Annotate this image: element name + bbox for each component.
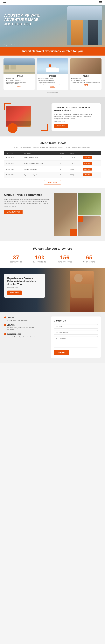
stress-section: Traveling is a good method to release st…: [0, 98, 105, 136]
stats-heading: We can take you anywhere: [4, 247, 101, 250]
hours-text: Mon — Fri: 9 am – 6 pm, Sat – Sun: 9 am …: [4, 336, 48, 338]
adventure-section: Experience a Custom Private Adventure Ma…: [0, 268, 105, 312]
message-field-group: [54, 336, 98, 348]
card-tours-title: TOURS: [70, 75, 101, 77]
card-cruises-more[interactable]: MORE: [37, 86, 68, 88]
stress-left: [4, 103, 48, 131]
adventure-person: [70, 271, 94, 312]
stat-coffee: 156 CUPS OF COFFEE: [58, 254, 72, 263]
contact-section: CALL US +1 (234) 567-8 / +1 (234) 567-54…: [0, 312, 105, 363]
programmes-title: Unique Travel Programmes: [4, 193, 51, 196]
stress-right: Traveling is a good method to release st…: [52, 104, 101, 130]
deals-table: DEPARTURE TRIP NAME DAYS PRICE 15 SEP 20…: [4, 151, 101, 178]
table-row: 15 SEP 2023 London to Venice Ports 15 1 …: [4, 155, 101, 160]
stress-credit: Image from Freepik: [54, 120, 98, 122]
view-trip-btn-3[interactable]: VIEW TRIP: [83, 174, 92, 176]
stress-orange-circle: [8, 123, 18, 133]
prog-img-2: [78, 193, 101, 216]
location-city: 10174 USA: [4, 329, 48, 330]
hero-content: A CUSTOM PRIVATE ADVENTURE MADE JUST FOR…: [4, 13, 46, 26]
adventure-credit: Image from Freepik: [7, 287, 42, 288]
corner-tl: [4, 103, 11, 110]
corner-br: [41, 124, 48, 131]
stat-clients-label: HAPPY CLIENTS: [33, 261, 46, 263]
read-more-link[interactable]: READ MORE: [44, 180, 61, 184]
adventure-book-button[interactable]: BOOK NOW: [7, 290, 22, 295]
deals-section: Latest Travel Deals Lorem ipsum dolor si…: [0, 136, 105, 188]
table-row: 15 SEP 2023 London to Swedish North Coas…: [4, 160, 101, 166]
view-all-tours-button[interactable]: VIEW ALL TOURS: [4, 210, 23, 214]
card-tours-more[interactable]: MORE: [70, 84, 101, 86]
programmes-left: Unique Travel Programmes Sed ut perspici…: [4, 193, 51, 214]
hero-title: A CUSTOM PRIVATE ADVENTURE MADE JUST FOR…: [4, 13, 46, 26]
card-hotels: HOTELS •Breakfast daily •4-pcs. dining a…: [4, 58, 35, 90]
card-hotels-image: [4, 58, 35, 74]
name-input[interactable]: [54, 324, 98, 329]
col-action: [81, 151, 101, 155]
book-now-button[interactable]: BOOK NOW: [54, 124, 68, 128]
email-input[interactable]: [54, 330, 98, 335]
hours-icon: [4, 333, 6, 335]
travel-intro: Incredible travel experiences, curated f…: [0, 47, 105, 56]
card-tours-bullets: •Preferred rates •200+ vetted providers …: [70, 78, 101, 83]
read-more-area: READ MORE: [4, 181, 101, 183]
card-cruises-image: [37, 58, 68, 74]
stat-destinations-number: 37: [10, 254, 22, 261]
call-number: +1 (234) 567-8 / +1 (234) 567-54: [4, 319, 48, 322]
card-hotels-more[interactable]: MORE: [4, 86, 35, 87]
hours-block: BUSINESS HOURS Mon — Fri: 9 am – 6 pm, S…: [4, 333, 48, 338]
stat-clients: 10k HAPPY CLIENTS: [33, 254, 46, 263]
adventure-title: Experience a Custom Private Adventure Ma…: [7, 277, 42, 286]
logo: logo: [3, 2, 6, 3]
stress-title: Traveling is a good method to release st…: [54, 106, 98, 112]
location-address: 101 Block Green, 21 Avenue, New York, NY: [4, 327, 48, 329]
stat-destinations: 37 DESTINATIONS: [10, 254, 22, 263]
card-tours-image: [70, 58, 101, 74]
message-input[interactable]: [54, 336, 98, 348]
prog-img-1: [54, 193, 77, 236]
cards-section: HOTELS •Breakfast daily •4-pcs. dining a…: [0, 56, 105, 98]
stat-ideas-label: UNIQUE IDEAS: [83, 261, 95, 263]
card-hotels-bullets: •Breakfast daily •4-pcs. dining an room …: [4, 78, 35, 84]
cards-credit: Images from Freepik: [4, 92, 101, 93]
col-departure: DEPARTURE: [4, 151, 22, 155]
card-cruises: CRUISES •Dedicated onboard liaison •Priv…: [37, 58, 68, 90]
stats-row: 37 DESTINATIONS 10k HAPPY CLIENTS 156 CU…: [4, 254, 101, 263]
menu-button[interactable]: [99, 2, 102, 3]
stat-coffee-label: CUPS OF COFFEE: [58, 261, 72, 263]
hero-image: [67, 6, 102, 45]
stat-ideas-number: 65: [83, 254, 95, 261]
programmes-credit: Images from Freepik: [4, 206, 51, 207]
card-hotels-title: HOTELS: [4, 75, 35, 77]
adventure-overlay: Experience a Custom Private Adventure Ma…: [4, 274, 45, 298]
deals-title: Latest Travel Deals: [4, 141, 101, 145]
contact-form-title: Contact Us: [54, 320, 98, 322]
stat-ideas: 65 UNIQUE IDEAS: [83, 254, 95, 263]
location-title: LOCATION: [4, 324, 48, 326]
view-trip-btn-2[interactable]: VIEW TRIP: [83, 168, 92, 170]
location-icon: [4, 324, 6, 326]
call-title: CALL US: [4, 316, 48, 318]
stats-section: We can take you anywhere 37 DESTINATIONS…: [0, 241, 105, 268]
contact-form: Contact Us SUBMIT: [51, 316, 101, 358]
card-cruises-bullets: •Dedicated onboard liaison •Private deli…: [37, 78, 68, 85]
programmes-right: [54, 193, 101, 236]
prog-img-3: [78, 216, 101, 236]
call-block: CALL US +1 (234) 567-8 / +1 (234) 567-54: [4, 316, 48, 322]
header: logo: [0, 0, 105, 5]
col-days: DAYS: [59, 151, 69, 155]
submit-button[interactable]: SUBMIT: [54, 350, 69, 355]
table-row: 15 SEP 2023 Bermuda to Bermuda 3 610 $ V…: [4, 166, 101, 172]
col-tripname: TRIP NAME: [22, 151, 59, 155]
hero: A CUSTOM PRIVATE ADVENTURE MADE JUST FOR…: [0, 5, 105, 47]
call-icon: [4, 316, 6, 318]
card-tours: TOURS •Preferred rates •200+ vetted prov…: [70, 58, 101, 90]
view-trip-btn-1[interactable]: VIEW TRIP: [83, 162, 92, 165]
stress-body: Lorem ipsum dolor sit amet, consectetur …: [54, 114, 98, 120]
stat-clients-number: 10k: [33, 254, 46, 261]
name-field-group: [54, 324, 98, 329]
hero-credit: Image from Freepik: [4, 44, 15, 46]
view-trip-btn-0[interactable]: VIEW TRIP: [83, 156, 92, 159]
stat-coffee-number: 156: [58, 254, 72, 261]
location-block: LOCATION 101 Block Green, 21 Avenue, New…: [4, 324, 48, 330]
